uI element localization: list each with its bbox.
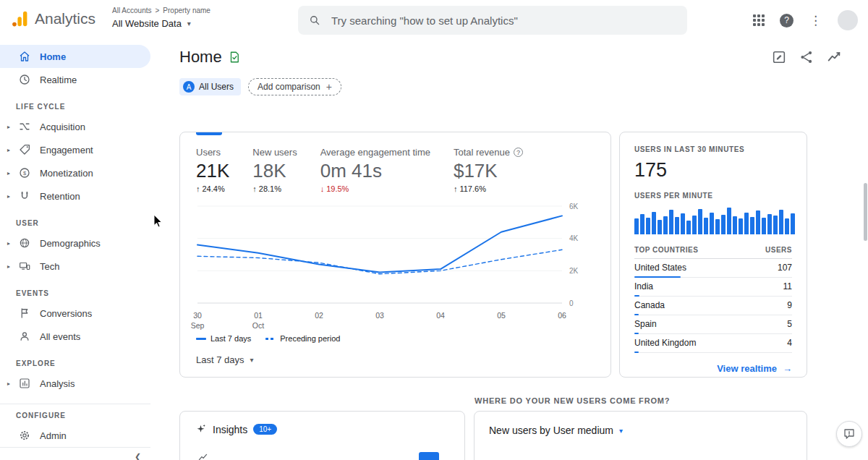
selected-metric-indicator	[196, 132, 222, 135]
view-realtime-label: View realtime	[717, 363, 777, 374]
app-name: Analytics	[35, 10, 95, 27]
minute-bar	[744, 213, 749, 234]
legend-item: Last 7 days	[196, 334, 251, 343]
sidebar-item-admin[interactable]: Admin	[0, 424, 150, 447]
sidebar-item-analysis[interactable]: ▸ Analysis	[0, 372, 150, 395]
date-range-selector[interactable]: Last 7 days ▾	[196, 354, 254, 365]
sidebar-item-acquisition[interactable]: ▸ Acquisition	[0, 115, 150, 138]
chevron-down-icon: ▾	[619, 427, 623, 435]
legend-item: Preceding period	[265, 334, 340, 343]
customize-report-icon[interactable]	[771, 49, 787, 65]
breadcrumb-account[interactable]: All Accounts	[112, 7, 151, 15]
expand-icon: ▸	[7, 147, 17, 153]
x-axis-label: 05	[497, 311, 506, 321]
insight-item-icon	[197, 452, 208, 460]
insights-header[interactable]: Insights 10+	[195, 423, 450, 435]
clock-icon	[18, 73, 31, 86]
view-realtime-link[interactable]: View realtime →	[634, 363, 792, 374]
all-users-chip[interactable]: A All Users	[179, 78, 241, 95]
expand-icon: ▸	[7, 240, 17, 247]
sidebar-item-tech[interactable]: ▸ Tech	[0, 255, 150, 278]
search-bar[interactable]	[298, 6, 687, 35]
svg-text:0: 0	[569, 299, 574, 307]
audience-badge: A	[183, 81, 195, 93]
metric-label: Users	[196, 147, 229, 158]
sidebar-item-realtime[interactable]: Realtime	[0, 68, 150, 91]
metric-avg-engagement-time[interactable]: Average engagement time 0m 41s ↓ 19.5%	[320, 147, 430, 193]
report-actions	[771, 49, 842, 65]
sidebar-item-demographics[interactable]: ▸ Demographics	[0, 231, 150, 255]
report-verified-icon	[228, 51, 241, 64]
scrollbar-thumb[interactable]	[864, 183, 867, 241]
users-per-minute-label: USERS PER MINUTE	[634, 192, 792, 200]
feedback-button[interactable]	[836, 421, 862, 447]
delta-arrow-icon: ↓	[320, 184, 325, 193]
expand-icon: ▸	[7, 263, 17, 270]
sidebar-section-user: USER	[0, 208, 150, 231]
users-line-chart[interactable]: 02K4K6K	[196, 202, 594, 307]
metric-new-users[interactable]: New users 18K ↑ 28.1%	[252, 147, 297, 193]
app-header: Analytics All Accounts > Property name A…	[0, 0, 868, 41]
solid-line-swatch	[196, 338, 206, 340]
country-name: Spain	[634, 319, 657, 329]
analytics-logo[interactable]: Analytics	[10, 9, 95, 28]
metric-total-revenue[interactable]: Total revenue ? $17K ↑ 117.6%	[454, 147, 523, 193]
sidebar-item-label: Realtime	[40, 74, 77, 85]
report-header: Home	[179, 48, 842, 67]
users-per-minute-chart[interactable]	[634, 205, 796, 234]
apps-grid-icon[interactable]	[752, 14, 765, 27]
metric-tabs: Users 21K ↑ 24.4% New users 18K ↑ 28.1% …	[196, 147, 595, 193]
search-input[interactable]	[330, 14, 677, 27]
minute-bar	[733, 216, 737, 234]
expand-icon: ▸	[7, 124, 17, 130]
chevron-down-icon: ▾	[250, 356, 254, 364]
feedback-bubble-icon	[843, 427, 856, 440]
help-icon[interactable]: ?	[780, 14, 793, 27]
insights-trend-icon[interactable]	[826, 49, 842, 65]
delta-arrow-icon: ↑	[196, 184, 200, 193]
minute-bar	[652, 212, 656, 234]
minute-bar	[640, 214, 644, 234]
metric-users[interactable]: Users 21K ↑ 24.4%	[196, 147, 229, 193]
insights-count-badge: 10+	[253, 424, 277, 435]
sidebar-item-retention[interactable]: ▸ Retention	[0, 184, 150, 208]
collapse-sidebar-icon[interactable]: ❮	[135, 452, 141, 460]
sidebar-item-conversions[interactable]: Conversions	[0, 302, 150, 325]
mouse-cursor	[153, 214, 163, 229]
property-selector[interactable]: All Website Data	[112, 18, 182, 30]
sidebar-item-engagement[interactable]: ▸ Engagement	[0, 138, 150, 161]
minute-bar	[750, 217, 754, 234]
more-vert-icon[interactable]: ⋮	[808, 13, 823, 28]
sidebar-item-all-events[interactable]: All events	[0, 325, 150, 348]
arrow-right-icon: →	[783, 363, 792, 374]
country-row: Canada 9	[634, 297, 792, 315]
share-icon[interactable]	[799, 49, 814, 65]
engagement-icon	[18, 143, 31, 156]
minute-bar	[646, 218, 650, 234]
x-axis-labels: 30Sep01Oct0203040506	[196, 311, 594, 331]
account-switcher[interactable]: All Accounts > Property name All Website…	[112, 7, 210, 30]
x-axis-label: 30Sep	[191, 311, 205, 331]
country-users: 11	[783, 281, 792, 291]
x-axis-label: 02	[315, 311, 323, 321]
sidebar-section-configure: CONFIGURE	[0, 404, 150, 424]
new-users-dimension-selector[interactable]: New users by User medium ▾	[489, 425, 623, 436]
sidebar-item-home[interactable]: Home	[0, 45, 150, 68]
realtime-card: USERS IN LAST 30 MINUTES 175 USERS PER M…	[619, 132, 807, 378]
minute-bar	[686, 221, 691, 234]
sidebar-item-label: Retention	[40, 191, 80, 202]
country-bar	[634, 352, 639, 353]
sidebar-item-monetization[interactable]: ▸ $ Monetization	[0, 161, 150, 184]
sidebar-item-label: All events	[40, 331, 80, 342]
help-circle-icon[interactable]: ?	[514, 148, 523, 157]
all-users-chip-label: All Users	[199, 82, 234, 92]
avatar[interactable]	[838, 10, 858, 30]
svg-text:2K: 2K	[569, 267, 579, 275]
minute-bar	[791, 213, 795, 234]
sidebar-item-label: Analysis	[40, 378, 75, 389]
add-comparison-chip[interactable]: Add comparison +	[248, 78, 341, 95]
chevron-down-icon[interactable]: ▾	[187, 20, 191, 28]
demographics-icon	[18, 237, 31, 250]
analytics-logo-icon	[10, 9, 29, 28]
breadcrumb-property[interactable]: Property name	[163, 7, 210, 15]
